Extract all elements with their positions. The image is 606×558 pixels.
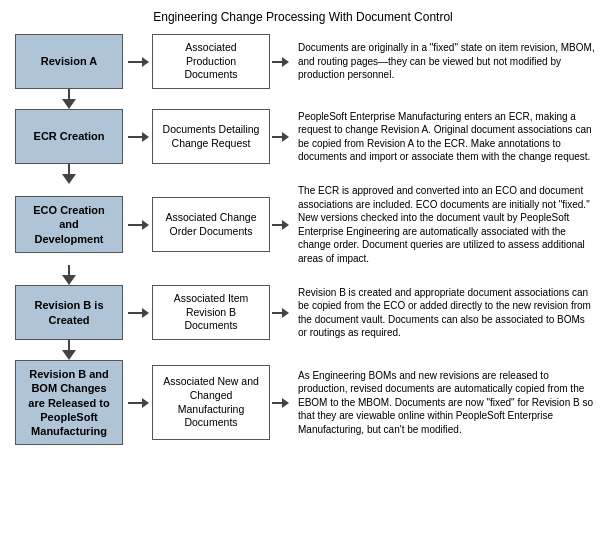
mid-box-2: Associated Change Order Documents [152,197,270,252]
arrow-down-1 [10,164,596,184]
row-2: ECO Creation and DevelopmentAssociated C… [10,184,596,265]
mid-col-2: Associated Change Order Documents [150,197,272,252]
right-text-1: PeopleSoft Enterprise Manufacturing ente… [290,110,596,164]
diagram: Revision AAssociated Production Document… [10,34,596,445]
row-3: Revision B is CreatedAssociated Item Rev… [10,285,596,340]
left-col-3: Revision B is Created [10,285,128,340]
arrow-right-left-1 [128,136,150,138]
left-col-0: Revision A [10,34,128,89]
left-box-3: Revision B is Created [15,285,123,340]
right-text-4: As Engineering BOMs and new revisions ar… [290,369,596,437]
arrow-right-left-3 [128,312,150,314]
arrow-right-left-4 [128,402,150,404]
arrow-right-left-0 [128,61,150,63]
mid-col-4: Associated New and Changed Manufacturing… [150,365,272,440]
mid-box-4: Associated New and Changed Manufacturing… [152,365,270,440]
mid-col-1: Documents Detailing Change Request [150,109,272,164]
left-box-1: ECR Creation [15,109,123,164]
arrow-down-3 [10,340,596,360]
row-1: ECR CreationDocuments Detailing Change R… [10,109,596,164]
mid-col-0: Associated Production Documents [150,34,272,89]
left-box-0: Revision A [15,34,123,89]
right-text-3: Revision B is created and appropriate do… [290,286,596,340]
left-col-1: ECR Creation [10,109,128,164]
arrow-right-left-2 [128,224,150,226]
mid-box-1: Documents Detailing Change Request [152,109,270,164]
left-box-2: ECO Creation and Development [15,196,123,253]
arrow-right-mid-4 [272,402,290,404]
arrow-right-mid-1 [272,136,290,138]
row-4: Revision B and BOM Changes are Released … [10,360,596,445]
arrow-right-mid-0 [272,61,290,63]
arrow-down-2 [10,265,596,285]
mid-col-3: Associated Item Revision B Documents [150,285,272,340]
mid-box-3: Associated Item Revision B Documents [152,285,270,340]
right-text-0: Documents are originally in a "fixed" st… [290,41,596,82]
page-title: Engineering Change Processing With Docum… [10,10,596,24]
mid-box-0: Associated Production Documents [152,34,270,89]
row-0: Revision AAssociated Production Document… [10,34,596,89]
arrow-right-mid-3 [272,312,290,314]
left-box-4: Revision B and BOM Changes are Released … [15,360,123,445]
left-col-4: Revision B and BOM Changes are Released … [10,360,128,445]
left-col-2: ECO Creation and Development [10,196,128,253]
arrow-right-mid-2 [272,224,290,226]
right-text-2: The ECR is approved and converted into a… [290,184,596,265]
arrow-down-0 [10,89,596,109]
